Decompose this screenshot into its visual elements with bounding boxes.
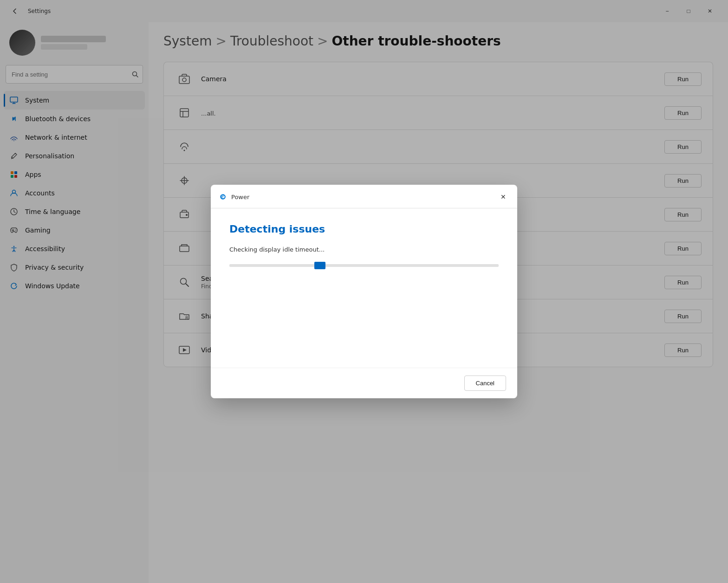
cancel-button[interactable]: Cancel <box>464 376 506 391</box>
progress-bar <box>229 264 499 267</box>
checking-text: Checking display idle timeout... <box>229 246 499 253</box>
modal-close-button[interactable]: ✕ <box>497 190 510 203</box>
modal-titlebar: Power ✕ <box>211 185 517 208</box>
modal-overlay: Power ✕ Detecting issues Checking displa… <box>0 0 728 583</box>
power-troubleshooter-modal: Power ✕ Detecting issues Checking displa… <box>211 185 517 398</box>
power-icon <box>218 192 228 201</box>
modal-title: Power <box>231 194 249 201</box>
modal-body: Detecting issues Checking display idle t… <box>211 208 517 368</box>
modal-footer: Cancel <box>211 368 517 398</box>
detecting-title: Detecting issues <box>229 223 499 235</box>
progress-bar-track <box>229 264 499 267</box>
progress-bar-indicator <box>314 262 325 269</box>
